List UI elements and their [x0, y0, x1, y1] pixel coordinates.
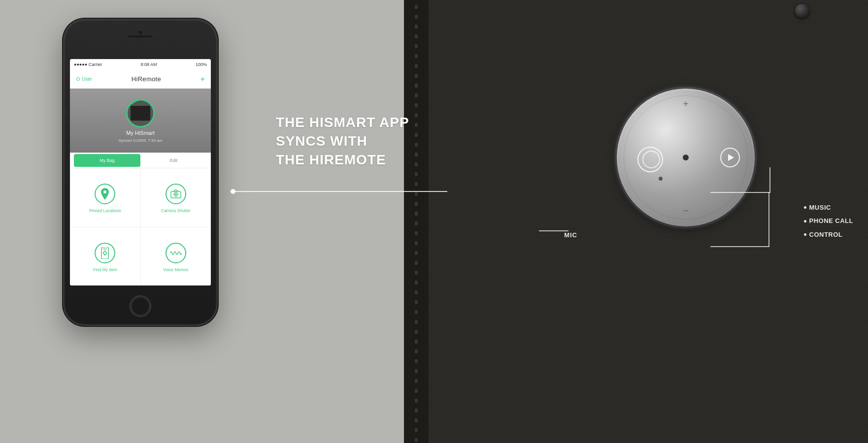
voice-memos-label: Voice Memos: [163, 267, 188, 272]
headline-line1: THE HISMART APP: [276, 113, 409, 132]
battery-indicator: 100%: [196, 62, 207, 67]
speaker: [128, 35, 153, 37]
signal-indicator: ●●●●● Carrier: [74, 62, 102, 67]
voice-memos-icon: [166, 243, 186, 263]
app-grid: Pinned Locations Camera Shutter: [70, 168, 211, 285]
feature-music-label: MUSIC: [809, 202, 831, 213]
bullet-dot-1: [804, 206, 806, 209]
bullet-dot-3: [804, 233, 806, 236]
annotation-line-bottom-horizontal: [710, 246, 769, 247]
knob-dial: + −: [617, 89, 755, 226]
user-icon: ⊙: [76, 76, 80, 82]
annotation-line-vertical: [768, 192, 769, 246]
app-find-item[interactable]: Find My Item: [70, 227, 140, 286]
pinned-locations-icon: [95, 184, 115, 204]
knob-center-dot: [683, 155, 689, 160]
app-voice-memos[interactable]: Voice Memos: [141, 227, 211, 286]
app-camera-shutter[interactable]: Camera Shutter: [141, 168, 211, 227]
phone-body: ●●●●● Carrier 8:08 AM 100% ⊙ User HiRemo…: [64, 20, 217, 325]
feature-phone-label: PHONE CALL: [809, 215, 854, 226]
annotation-line-top: [769, 167, 770, 193]
pinned-locations-label: Pinned Locations: [89, 208, 121, 213]
play-icon: [728, 154, 734, 161]
annotation-features: MUSIC PHONE CALL CONTROL: [804, 202, 854, 240]
headline-line3: THE HIREMOTE: [276, 151, 409, 169]
phone-screen: ●●●●● Carrier 8:08 AM 100% ⊙ User HiRemo…: [70, 59, 211, 285]
tab-my-bag[interactable]: My Bag: [74, 154, 140, 167]
app-pinned-locations[interactable]: Pinned Locations: [70, 168, 140, 227]
phone-mockup: ●●●●● Carrier 8:08 AM 100% ⊙ User HiRemo…: [64, 20, 217, 325]
user-button[interactable]: ⊙ User: [76, 76, 92, 82]
status-bar: ●●●●● Carrier 8:08 AM 100%: [70, 59, 211, 70]
mic-circle-inner: [642, 151, 660, 168]
feature-control: CONTROL: [804, 229, 854, 240]
avatar-ring: [126, 99, 155, 127]
annotation-line-top-horizontal: [710, 192, 769, 193]
feature-phone-call: PHONE CALL: [804, 215, 854, 226]
connector-line: [231, 191, 447, 192]
profile-name: My HiSmart: [126, 130, 154, 136]
app-title: HiRemote: [132, 75, 161, 83]
play-button-circle: [720, 148, 740, 167]
tab-bar: My Bag Edit: [70, 153, 211, 168]
time-display: 8:08 AM: [141, 62, 157, 67]
nav-bar: ⊙ User HiRemote +: [70, 70, 211, 89]
mic-label: MIC: [564, 231, 577, 239]
profile-avatar: [126, 99, 155, 127]
minus-label: −: [683, 205, 689, 217]
svg-point-6: [103, 252, 106, 254]
svg-rect-5: [103, 249, 107, 250]
profile-section: My HiSmart Synced 1/19/05, 7:54 am: [70, 89, 211, 153]
leather-rivet: [795, 4, 809, 18]
camera-shutter-icon: [166, 184, 186, 204]
find-item-label: Find My Item: [93, 267, 117, 272]
headline-line2: SYNCS WITH: [276, 132, 409, 151]
bullet-dot-2: [804, 220, 806, 222]
feature-control-label: CONTROL: [809, 229, 843, 240]
sync-text: Synced 1/19/05, 7:54 am: [119, 138, 163, 143]
mic-connector-line: [539, 230, 568, 231]
screen-content: My HiSmart Synced 1/19/05, 7:54 am My Ba…: [70, 89, 211, 285]
find-item-icon: [95, 243, 115, 263]
user-label: User: [82, 76, 92, 82]
stitch-dots: [414, 0, 419, 443]
camera-shutter-label: Camera Shutter: [161, 208, 191, 213]
add-button[interactable]: +: [200, 75, 205, 84]
tab-edit[interactable]: Edit: [140, 154, 207, 167]
front-camera: [138, 31, 142, 34]
plus-label: +: [683, 98, 689, 110]
svg-point-3: [175, 193, 177, 195]
headline-text: THE HISMART APP SYNCS WITH THE HIREMOTE: [276, 113, 409, 169]
feature-music: MUSIC: [804, 202, 854, 213]
knob-area: + −: [617, 89, 755, 226]
home-button[interactable]: [130, 295, 151, 317]
feature-list: MUSIC PHONE CALL CONTROL: [804, 202, 854, 240]
